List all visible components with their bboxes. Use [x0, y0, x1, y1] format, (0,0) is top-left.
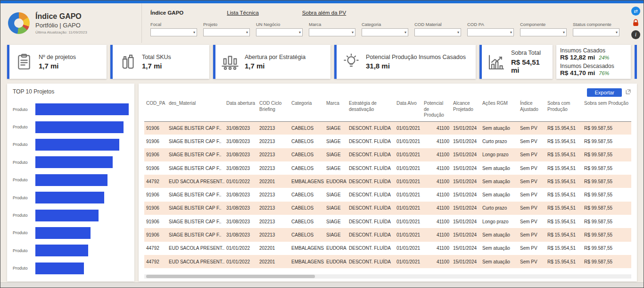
tab-indice-gapo[interactable]: Índice GAPO — [150, 10, 183, 16]
bar[interactable] — [35, 227, 91, 239]
filter-dropdown[interactable]: ▾ — [256, 28, 303, 36]
kpi-card-n-de-projetos: Nº de projetos1,7 mi — [7, 45, 107, 79]
sync-icon[interactable]: ⇄ — [631, 7, 640, 16]
header-right: Índice GAPOLista TécnicaSobra além da PV… — [142, 3, 644, 43]
column-header-data-alvo[interactable]: Data Alvo — [395, 99, 422, 121]
table-cell: 44792 — [144, 242, 167, 255]
filter-dropdown[interactable]: ▾ — [150, 28, 197, 36]
column-header-acoes-rgm[interactable]: Ações RGM — [480, 99, 518, 121]
table-cell: 15/01/2024 — [451, 255, 480, 268]
table-cell: SIAGE — [324, 202, 347, 215]
table-cell: R$ 15.954,51 — [545, 121, 582, 135]
bar[interactable] — [35, 192, 104, 203]
table-row[interactable]: 91906SIAGE BLISTER CAP F..31/08/20232022… — [144, 121, 631, 135]
table-row[interactable]: 91906SIAGE BLISTER CAP F..31/08/20232022… — [144, 215, 631, 228]
bar[interactable] — [35, 210, 99, 221]
table-row[interactable]: 44792EUD SACOLA PRESENT..01/01/202220220… — [144, 255, 631, 268]
column-header-data-abertura[interactable]: Data abertura — [224, 99, 257, 121]
filter-label: Componente — [520, 22, 567, 27]
table-cell: R$ 99.587,55 — [582, 255, 631, 268]
bar[interactable] — [35, 139, 119, 151]
table-cell: R$ 15.954,51 — [545, 202, 582, 215]
table-cell: SIAGE — [324, 161, 347, 175]
column-header-cod-ciclo-briefing[interactable]: COD Ciclo Briefing — [257, 99, 289, 121]
filter-dropdown[interactable]: ▾ — [414, 28, 461, 36]
table-row[interactable]: 91906SIAGE BLISTER CAP F..31/08/20232022… — [144, 148, 631, 161]
insumos-label: Insumos Casados — [560, 47, 627, 54]
column-header-alcance-projetado[interactable]: Alcance Projetado — [451, 99, 480, 121]
bar-row: Produto — [13, 242, 129, 259]
filter-componente: Componente▾ — [520, 22, 567, 36]
kpi-card-sobra-total: Sobra TotalR$ 54,51 mi — [479, 45, 553, 79]
filter-label: COD PA — [467, 22, 514, 27]
table-cell: SIAGE — [324, 121, 347, 135]
column-header-estrategia-de-desativacao[interactable]: Estratégia de desativação — [347, 99, 395, 121]
column-header-sobra-sem-producao[interactable]: Sobra sem Produção — [582, 99, 631, 121]
table-row[interactable]: 91906SIAGE BLISTER CAP F..31/08/20232022… — [144, 135, 631, 148]
table-cell: CABELOS — [289, 161, 324, 175]
table-cell: DESCONT. FLUÍDA — [347, 215, 395, 228]
column-header-indice-ajustado[interactable]: Índice Ajustado — [518, 99, 545, 121]
bar[interactable] — [35, 121, 124, 133]
lock-icon[interactable] — [631, 18, 640, 27]
horizontal-scrollbar[interactable] — [144, 274, 631, 279]
tab-lista-tecnica[interactable]: Lista Técnica — [227, 10, 259, 16]
table-cell: Sem PV — [518, 161, 545, 175]
chevron-down-icon: ▾ — [193, 31, 195, 34]
table-cell: 202213 — [257, 148, 289, 161]
table-row[interactable]: 44792EUD SACOLA PRESENT..01/01/202220220… — [144, 175, 631, 188]
table-cell: Sem atuação — [480, 228, 518, 241]
kpi-label: Nº de projetos — [39, 54, 76, 61]
table-row[interactable]: 91906SIAGE BLISTER CAP F..31/08/20232022… — [144, 188, 631, 201]
column-header-marca[interactable]: Marca — [324, 99, 347, 121]
bar[interactable] — [35, 156, 113, 168]
filter-dropdown[interactable]: ▾ — [573, 28, 619, 36]
kpi-card-potencial-producao-insumos-casados: Potencial Produção Insumos Casados31,8 m… — [334, 45, 476, 79]
column-header-cod-pa[interactable]: COD_PA — [144, 99, 167, 121]
scrollbar-thumb[interactable] — [146, 275, 315, 278]
bar-row: Produto — [13, 136, 129, 153]
table-cell: 31/08/2023 — [224, 228, 257, 241]
table-cell: Sem PV — [518, 215, 545, 228]
table-cell: 15/01/2024 — [451, 242, 480, 255]
table-row[interactable]: 91906SIAGE BLISTER CAP F..31/08/20232022… — [144, 161, 631, 175]
column-header-potencial-de-producao[interactable]: Potencial de Produção — [422, 99, 451, 121]
table-cell: R$ 15.954,51 — [545, 148, 582, 161]
column-header-des-material[interactable]: des_Material — [167, 99, 224, 121]
filter-dropdown[interactable]: ▾ — [467, 28, 514, 36]
column-header-categoria[interactable]: Categoria — [289, 99, 324, 121]
table-cell: 91906 — [144, 228, 167, 241]
export-button[interactable]: Exportar — [587, 88, 622, 97]
table-row[interactable]: 91906SIAGE BLISTER CAP F..31/08/20232022… — [144, 202, 631, 215]
table-cell: CABELOS — [289, 188, 324, 201]
table-cell: 41100 — [422, 242, 451, 255]
filter-dropdown[interactable]: ▾ — [362, 28, 408, 36]
filter-dropdown[interactable]: ▾ — [309, 28, 355, 36]
table-cell: Sem PV — [518, 188, 545, 201]
table-cell: 15/01/2024 — [451, 121, 480, 135]
table-row[interactable]: 91906SIAGE BLISTER CAP F..31/08/20232022… — [144, 228, 631, 241]
embed-toolbar: ⇄ i — [631, 7, 640, 39]
table-header-row: COD_PAdes_MaterialData aberturaCOD Ciclo… — [144, 99, 631, 121]
bar[interactable] — [35, 245, 88, 256]
table-cell: 41100 — [422, 121, 451, 135]
filter-dropdown[interactable]: ▾ — [203, 28, 250, 36]
info-icon[interactable]: i — [631, 30, 640, 39]
column-header-sobra-com-producao[interactable]: Sobra com Produção — [545, 99, 582, 121]
bar[interactable] — [35, 103, 129, 115]
open-external-icon[interactable] — [625, 88, 631, 97]
tab-sobra-alem-da-pv[interactable]: Sobra além da PV — [302, 10, 346, 16]
chevron-down-icon: ▾ — [352, 31, 354, 34]
table-cell: 01/01/2021 — [395, 161, 422, 175]
table-cell: 31/08/2023 — [224, 215, 257, 228]
bar[interactable] — [35, 263, 84, 274]
table-cell: Sem PV — [518, 228, 545, 241]
filter-dropdown[interactable]: ▾ — [520, 28, 567, 36]
chevron-down-icon: ▾ — [457, 31, 459, 34]
table-cell: 31/08/2023 — [224, 135, 257, 148]
table-row[interactable]: 44792EUD SACOLA PRESENT..01/01/202220220… — [144, 242, 631, 255]
table-cell: Curto prazo — [480, 202, 518, 215]
bar-row: Produto — [13, 206, 129, 224]
bar[interactable] — [35, 174, 107, 186]
table-cell: SIAGE BLISTER CAP F.. — [167, 161, 224, 175]
